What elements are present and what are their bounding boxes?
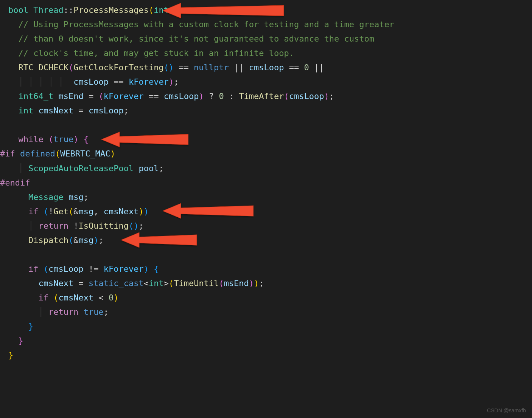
code-line: int cmsNext = cmsLoop;	[8, 104, 532, 118]
code-editor: bool Thread::ProcessMessages(int cmsLoop…	[0, 3, 532, 362]
code-line: │ return !IsQuitting();	[8, 219, 532, 233]
code-line: RTC_DCHECK(GetClockForTesting() == nullp…	[8, 60, 532, 75]
code-line: int64_t msEnd = (kForever == cmsLoop) ? …	[8, 89, 532, 104]
code-line: #endif	[0, 176, 532, 190]
code-line: #if defined(WEBRTC_MAC)	[0, 147, 532, 161]
code-line: Dispatch(&msg);	[8, 233, 532, 248]
code-line: if (cmsLoop != kForever) {	[8, 262, 532, 276]
code-line: if (cmsNext < 0)	[8, 291, 532, 305]
code-line: while (true) {	[8, 132, 532, 147]
code-line: │ ScopedAutoReleasePool pool;	[8, 161, 532, 176]
code-line: }	[8, 319, 532, 334]
watermark: CSDN @samxfb	[487, 406, 526, 415]
code-line	[8, 248, 532, 262]
code-line: cmsNext = static_cast<int>(TimeUntil(msE…	[8, 276, 532, 291]
code-line: // clock's time, and may get stuck in an…	[8, 46, 532, 60]
code-line: bool Thread::ProcessMessages(int cmsLoop…	[8, 3, 532, 17]
code-line: if (!Get(&msg, cmsNext))	[8, 204, 532, 219]
code-line: // than 0 doesn't work, since it's not g…	[8, 32, 532, 46]
code-line: }	[8, 334, 532, 348]
code-line: │ │ │ │ │ cmsLoop == kForever);	[8, 75, 532, 89]
code-line: Message msg;	[8, 190, 532, 204]
code-line: // Using ProcessMessages with a custom c…	[8, 17, 532, 32]
code-line: }	[8, 348, 532, 362]
code-line	[8, 118, 532, 132]
code-line: │ return true;	[8, 305, 532, 319]
